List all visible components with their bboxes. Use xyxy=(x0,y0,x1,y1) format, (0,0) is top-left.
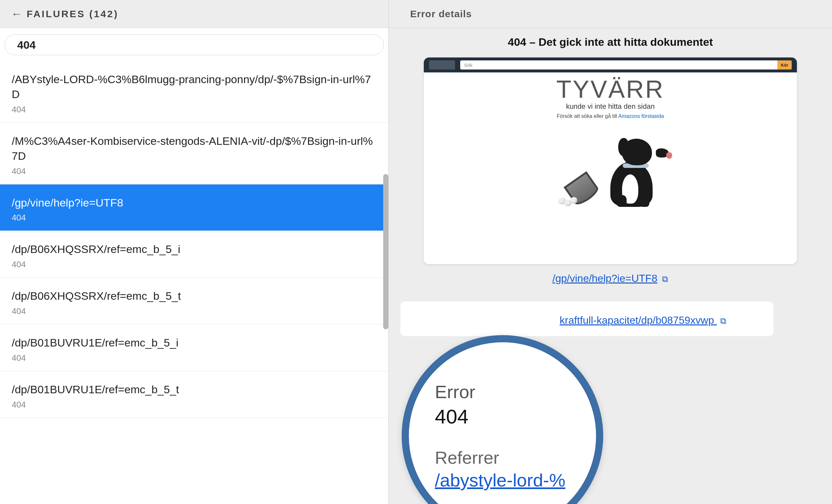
failure-item[interactable]: /dp/B01BUVRU1E/ref=emc_b_5_t404 xyxy=(0,371,388,418)
failure-code: 404 xyxy=(12,306,377,316)
external-link-icon[interactable]: ⧉ xyxy=(720,316,726,326)
preview-subheading: kunde vi inte hitta den sidan xyxy=(566,102,655,111)
referrer-card: kraftfull-kapacitet/dp/b08759xvwp ⧉ xyxy=(400,301,774,336)
back-arrow-icon[interactable]: ← xyxy=(11,7,22,20)
mag-referrer-link[interactable]: /abystyle-lord-% xyxy=(435,470,596,491)
failing-url-row: /gp/vine/help?ie=UTF8 ⧉ xyxy=(400,273,820,284)
preview-search-button: Kör xyxy=(777,60,792,69)
preview-search-placeholder: Sök xyxy=(464,62,472,68)
failure-item[interactable]: /dp/B06XHQSSRX/ref=emc_b_5_i404 xyxy=(0,231,388,278)
failure-path: /gp/vine/help?ie=UTF8 xyxy=(12,196,377,211)
failure-item[interactable]: /dp/B01BUVRU1E/ref=emc_b_5_i404 xyxy=(0,325,388,371)
failure-path: /dp/B06XHQSSRX/ref=emc_b_5_t xyxy=(12,289,377,304)
preview-homepage-link: Amazons förstasida xyxy=(618,113,664,119)
failure-code: 404 xyxy=(12,213,377,223)
details-body: 404 – Det gick inte att hitta dokumentet… xyxy=(389,28,832,504)
mag-error-word: Error xyxy=(435,381,596,402)
preview-logo xyxy=(429,60,455,69)
details-panel: Error details 404 – Det gick inte att hi… xyxy=(389,0,832,504)
failure-code: 404 xyxy=(12,105,377,115)
trash-can-icon xyxy=(558,171,601,204)
dog-icon xyxy=(604,132,662,207)
failure-list[interactable]: /ABYstyle-LORD-%C3%B6lmugg-prancing-ponn… xyxy=(0,61,388,504)
failure-path: /M%C3%A4ser-Kombiservice-stengods-ALENIA… xyxy=(12,134,377,164)
failures-title: FAILURES (142) xyxy=(27,8,119,20)
failure-path: /dp/B06XHQSSRX/ref=emc_b_5_i xyxy=(12,242,377,257)
preview-navbar: Sök Kör xyxy=(424,57,797,73)
failure-item[interactable]: /gp/vine/help?ie=UTF8404 xyxy=(0,185,388,231)
details-title: Error details xyxy=(410,8,472,20)
failing-url-link[interactable]: /gp/vine/help?ie=UTF8 xyxy=(552,273,657,284)
scrollbar-thumb[interactable] xyxy=(383,174,388,329)
preview-search: Sök Kör xyxy=(460,60,792,69)
failure-code: 404 xyxy=(12,166,377,176)
referrer-link[interactable]: kraftfull-kapacitet/dp/b08759xvwp ⧉ xyxy=(560,314,726,326)
search-container xyxy=(0,28,388,61)
failure-path: /ABYstyle-LORD-%C3%B6lmugg-prancing-ponn… xyxy=(12,72,377,102)
search-input[interactable] xyxy=(4,34,384,55)
magnifier-overlay: Error 404 Referrer /abystyle-lord-% xyxy=(402,335,603,504)
failure-path: /dp/B01BUVRU1E/ref=emc_b_5_i xyxy=(12,335,377,351)
preview-heading: TYVÄRR xyxy=(556,77,664,102)
failure-item[interactable]: /dp/B06XHQSSRX/ref=emc_b_5_t404 xyxy=(0,278,388,325)
mag-referrer-label: Referrer xyxy=(435,448,596,468)
external-link-icon[interactable]: ⧉ xyxy=(662,274,668,284)
detail-page-title: 404 – Det gick inte att hitta dokumentet xyxy=(400,36,820,48)
failure-path: /dp/B01BUVRU1E/ref=emc_b_5_t xyxy=(12,382,377,397)
failures-panel: ← FAILURES (142) /ABYstyle-LORD-%C3%B6lm… xyxy=(0,0,389,504)
page-preview-card: Sök Kör TYVÄRR kunde vi inte hitta den s… xyxy=(424,57,797,264)
failure-code: 404 xyxy=(12,259,377,270)
mag-error-value: 404 xyxy=(435,405,596,428)
preview-help-text: Försök att söka eller gå till Amazons fö… xyxy=(557,113,664,119)
failure-code: 404 xyxy=(12,400,377,410)
failure-item[interactable]: /ABYstyle-LORD-%C3%B6lmugg-prancing-ponn… xyxy=(0,61,388,123)
details-header: Error details xyxy=(389,0,832,28)
failure-item[interactable]: /M%C3%A4ser-Kombiservice-stengods-ALENIA… xyxy=(0,123,388,185)
failure-code: 404 xyxy=(12,353,377,363)
preview-content: TYVÄRR kunde vi inte hitta den sidan För… xyxy=(424,73,797,264)
failures-header: ← FAILURES (142) xyxy=(0,0,388,28)
preview-404-image xyxy=(555,132,666,207)
